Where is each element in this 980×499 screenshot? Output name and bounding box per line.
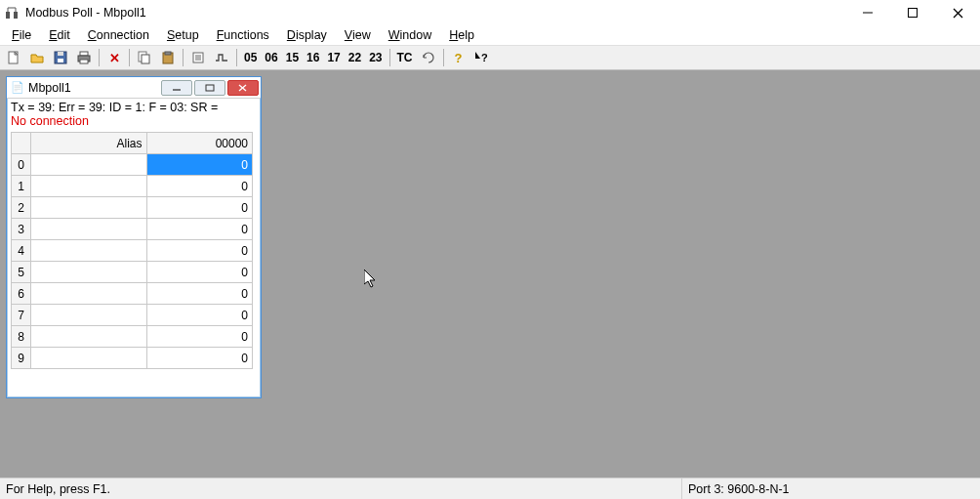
mouse-cursor-icon <box>364 270 380 292</box>
value-cell[interactable]: 0 <box>146 326 252 348</box>
svg-rect-23 <box>206 85 214 91</box>
value-cell[interactable]: 0 <box>146 262 252 283</box>
toolbar-separator <box>443 49 444 66</box>
func-06[interactable]: 06 <box>261 47 281 68</box>
child-window-mbpoll1[interactable]: 📄 Mbpoll1 Tx = 39: Err = 39: ID = 1: F =… <box>6 76 262 398</box>
alias-cell[interactable] <box>31 305 146 326</box>
tc-button[interactable]: TC <box>393 47 417 68</box>
toolbar-separator <box>236 49 237 66</box>
func-15[interactable]: 15 <box>282 47 303 68</box>
table-row[interactable]: 20 <box>12 197 253 219</box>
alias-cell[interactable] <box>31 283 146 305</box>
child-window-title: Mbpoll1 <box>28 81 71 95</box>
refresh-icon[interactable] <box>418 47 439 68</box>
status-port-text: Port 3: 9600-8-N-1 <box>681 478 974 499</box>
row-header[interactable]: 2 <box>12 197 31 219</box>
maximize-button[interactable] <box>890 0 935 25</box>
value-cell[interactable]: 0 <box>146 197 252 219</box>
title-bar: Modbus Poll - Mbpoll1 <box>0 0 980 25</box>
menu-window[interactable]: Window <box>381 26 439 44</box>
menu-edit[interactable]: Edit <box>41 26 78 44</box>
connection-status: No connection <box>11 114 257 128</box>
menu-bar: File Edit Connection Setup Functions Dis… <box>0 25 980 45</box>
menu-display[interactable]: Display <box>279 26 335 44</box>
row-header[interactable]: 8 <box>12 326 31 348</box>
settings-icon[interactable] <box>187 47 209 68</box>
table-row[interactable]: 80 <box>12 326 253 348</box>
menu-view[interactable]: View <box>337 26 379 44</box>
menu-connection[interactable]: Connection <box>80 26 157 44</box>
alias-cell[interactable] <box>31 219 146 240</box>
menu-setup[interactable]: Setup <box>159 26 207 44</box>
menu-functions[interactable]: Functions <box>209 26 277 44</box>
svg-rect-14 <box>142 55 149 63</box>
child-title-bar[interactable]: 📄 Mbpoll1 <box>7 77 261 99</box>
table-row[interactable]: 30 <box>12 219 253 240</box>
child-close-button[interactable] <box>227 80 259 96</box>
new-icon[interactable] <box>3 47 24 68</box>
child-window-icon: 📄 <box>11 81 24 95</box>
table-row[interactable]: 10 <box>12 176 253 197</box>
row-header[interactable]: 6 <box>12 283 31 305</box>
value-cell[interactable]: 0 <box>146 283 252 305</box>
value-cell[interactable]: 0 <box>146 219 252 240</box>
menu-file[interactable]: File <box>4 26 39 44</box>
alias-cell[interactable] <box>31 326 146 348</box>
table-row[interactable]: 90 <box>12 348 253 369</box>
alias-cell[interactable] <box>31 348 146 369</box>
table-row[interactable]: 60 <box>12 283 253 305</box>
func-17[interactable]: 17 <box>323 47 344 68</box>
table-row[interactable]: 40 <box>12 240 253 262</box>
func-23[interactable]: 23 <box>365 47 386 68</box>
pulse-icon[interactable] <box>211 47 232 68</box>
mdi-client-area: 📄 Mbpoll1 Tx = 39: Err = 39: ID = 1: F =… <box>0 70 980 478</box>
table-row[interactable]: 00 <box>12 154 253 176</box>
child-minimize-button[interactable] <box>161 80 192 96</box>
open-icon[interactable] <box>26 47 48 68</box>
row-header[interactable]: 1 <box>12 176 31 197</box>
row-header[interactable]: 7 <box>12 305 31 326</box>
svg-rect-0 <box>6 12 10 19</box>
table-row[interactable]: 50 <box>12 262 253 283</box>
about-icon[interactable]: ? <box>448 47 470 68</box>
print-icon[interactable] <box>73 47 95 68</box>
context-help-icon[interactable]: ? <box>471 47 493 68</box>
alias-cell[interactable] <box>31 154 146 176</box>
paste-icon[interactable] <box>157 47 179 68</box>
row-header[interactable]: 5 <box>12 262 31 283</box>
col-header-alias[interactable]: Alias <box>31 133 146 154</box>
table-row[interactable]: 70 <box>12 305 253 326</box>
minimize-button[interactable] <box>845 0 890 25</box>
func-22[interactable]: 22 <box>345 47 365 68</box>
menu-help[interactable]: Help <box>441 26 482 44</box>
row-header[interactable]: 9 <box>12 348 31 369</box>
toolbar-separator <box>129 49 130 66</box>
toolbar-separator <box>99 49 100 66</box>
svg-rect-12 <box>80 60 88 63</box>
value-cell[interactable]: 0 <box>146 305 252 326</box>
register-table[interactable]: Alias 00000 00102030405060708090 <box>11 132 253 369</box>
value-cell[interactable]: 0 <box>146 176 252 197</box>
alias-cell[interactable] <box>31 197 146 219</box>
alias-cell[interactable] <box>31 262 146 283</box>
func-05[interactable]: 05 <box>240 47 261 68</box>
func-16[interactable]: 16 <box>303 47 323 68</box>
value-cell[interactable]: 0 <box>146 348 252 369</box>
disconnect-icon[interactable]: ✕ <box>103 47 125 68</box>
svg-rect-1 <box>14 12 18 19</box>
child-status: Tx = 39: Err = 39: ID = 1: F = 03: SR = … <box>7 99 261 130</box>
alias-cell[interactable] <box>31 176 146 197</box>
svg-rect-3 <box>909 9 918 18</box>
row-header[interactable]: 0 <box>12 154 31 176</box>
col-header-value[interactable]: 00000 <box>146 133 252 154</box>
row-header[interactable]: 4 <box>12 240 31 262</box>
row-header[interactable]: 3 <box>12 219 31 240</box>
toolbar: ✕ 05 06 15 16 17 22 23 TC ? ? <box>0 45 980 70</box>
close-button[interactable] <box>935 0 980 25</box>
save-icon[interactable] <box>50 47 71 68</box>
alias-cell[interactable] <box>31 240 146 262</box>
value-cell[interactable]: 0 <box>146 240 252 262</box>
copy-icon[interactable] <box>134 47 155 68</box>
child-maximize-button[interactable] <box>194 80 225 96</box>
value-cell[interactable]: 0 <box>146 154 252 176</box>
